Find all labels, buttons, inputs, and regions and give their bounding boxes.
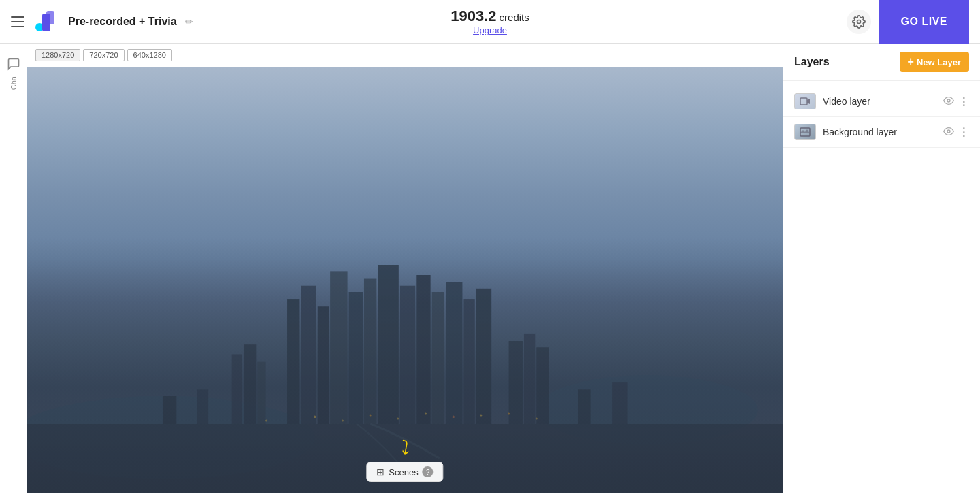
video-layer-name: Video layer [823,96,936,107]
background-layer-more-icon[interactable]: ⋮ [958,126,969,139]
app-title: Pre-recorded + Trivia [68,16,177,28]
svg-rect-2 [46,11,54,24]
resolution-720x720[interactable]: 720x720 [83,49,124,61]
hamburger-icon[interactable] [11,16,24,27]
scenes-label: Scenes [389,467,418,477]
logo [33,8,60,35]
svg-point-3 [857,20,860,23]
background-layer-actions: ⋮ [943,126,969,139]
resolution-1280x720[interactable]: 1280x720 [35,49,80,61]
go-live-button[interactable]: GO LIVE [879,0,969,44]
credits-block: 1903.2 credits Upgrade [451,7,529,35]
right-panel: Layers + New Layer Video layer [783,44,980,493]
scenes-icon: ⊞ [376,466,385,477]
main-area: Cha 1280x720 720x720 640x1280 [0,44,980,493]
video-layer-actions: ⋮ [943,95,969,108]
video-layer-visibility-icon[interactable] [943,96,954,107]
layer-item-background[interactable]: Background layer ⋮ [783,117,980,148]
header-center: 1903.2 credits Upgrade [330,7,649,35]
layers-list: Video layer ⋮ [783,81,980,493]
layer-item-video[interactable]: Video layer ⋮ [783,86,980,117]
resolution-bar: 1280x720 720x720 640x1280 [27,44,783,67]
credits-label: credits [500,12,529,23]
plus-icon: + [908,56,914,68]
svg-point-43 [947,130,950,133]
canvas-area: 1280x720 720x720 640x1280 [27,44,783,493]
canvas-image: ⤵ ⊞ Scenes ? [27,67,783,493]
resolution-640x1280[interactable]: 640x1280 [127,49,172,61]
gear-icon[interactable] [847,10,871,34]
credits-row: 1903.2 credits [451,7,529,25]
header: Pre-recorded + Trivia ✏ 1903.2 credits U… [0,0,980,44]
chat-sidebar-item[interactable]: Cha [7,57,20,90]
left-sidebar: Cha [0,44,27,493]
video-layer-more-icon[interactable]: ⋮ [958,95,969,108]
scenes-button[interactable]: ⊞ Scenes ? [366,462,443,482]
background-layer-visibility-icon[interactable] [943,126,954,137]
svg-point-41 [947,99,950,102]
pencil-icon[interactable]: ✏ [185,16,193,27]
scenes-button-wrap: ⤵ ⊞ Scenes ? [366,437,443,482]
background-layer-name: Background layer [823,126,936,137]
upgrade-link[interactable]: Upgrade [473,25,507,35]
video-layer-thumb [794,93,816,109]
svg-rect-40 [800,98,807,105]
new-layer-label: New Layer [917,57,961,67]
background-layer-thumb [794,124,816,140]
credits-amount: 1903.2 [451,7,496,25]
layers-header: Layers + New Layer [783,44,980,81]
new-layer-button[interactable]: + New Layer [900,52,969,72]
header-right: GO LIVE [650,0,969,44]
chat-label: Cha [10,76,18,90]
header-left: Pre-recorded + Trivia ✏ [11,8,330,35]
layers-title: Layers [794,56,830,68]
arrow-indicator: ⤵ [398,437,411,460]
canvas-preview: ⤵ ⊞ Scenes ? [27,67,783,493]
help-icon[interactable]: ? [423,466,434,477]
